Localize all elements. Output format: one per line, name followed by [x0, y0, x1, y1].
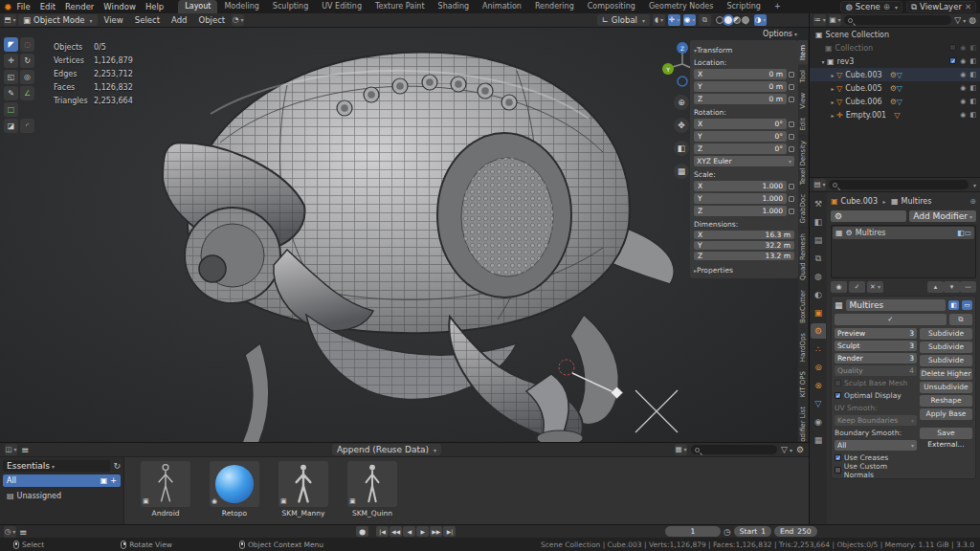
wireframe-shading-button[interactable]	[716, 16, 724, 24]
material-preview-button[interactable]	[733, 16, 741, 24]
lock-icon[interactable]	[789, 209, 794, 214]
next-keyframe-button[interactable]: ▶▶	[430, 526, 442, 537]
close-icon[interactable]: ✕	[965, 2, 971, 11]
rotation-mode-dropdown[interactable]: XYZ Euler	[694, 156, 794, 166]
use-creases-checkbox[interactable]	[835, 454, 841, 461]
dimensions-z-field[interactable]: Z13.2 m	[694, 252, 794, 260]
tab-geometry-nodes[interactable]: Geometry Nodes	[642, 0, 720, 13]
unsubdivide-button[interactable]: Unsubdivide	[920, 382, 972, 393]
asset-card-skm-manny[interactable]: ▣ SKM_Manny	[276, 461, 331, 521]
render-level-field[interactable]: Render3	[835, 353, 917, 364]
viewport-3d[interactable]: ◤ ◌ ✛ ↻ ◱ ◎ ✎ ∠ □ ◪ ◜ Objects0/5 Vertice…	[0, 28, 809, 442]
outliner-row-cube003[interactable]: ▸ ▽ Cube.003 ⚙ ▽ ◉◧	[810, 68, 980, 81]
boxcutter-tool[interactable]: ◪	[4, 119, 18, 133]
optimal-display-checkbox[interactable]	[835, 392, 841, 399]
outliner-options-icon[interactable]: ◍	[969, 15, 976, 25]
subdivide-button[interactable]: Subdivide	[920, 328, 972, 340]
object-data-tab[interactable]: ▽	[811, 396, 826, 411]
menu-window[interactable]: Window	[99, 2, 141, 11]
menu-object[interactable]: Object	[193, 15, 230, 25]
scale-y-field[interactable]: Y1.000	[694, 193, 787, 204]
transform-panel-header[interactable]: ▾Transform	[694, 46, 794, 55]
tab-compositing[interactable]: Compositing	[581, 0, 642, 13]
asset-card-android[interactable]: ▣ Android	[138, 461, 193, 521]
auto-keying-button[interactable]: ⬤	[356, 526, 368, 537]
scene-selector[interactable]: ◍ Scene ⊕	[840, 1, 902, 12]
outliner-row-rev3[interactable]: ▾ ▣ rev3 ◉◧	[810, 55, 980, 68]
mesh-data-icon[interactable]: ▽	[897, 84, 902, 93]
expand-arrow-icon[interactable]: ▸	[829, 72, 836, 78]
prev-keyframe-button[interactable]: ◀◀	[390, 526, 402, 537]
properties-subpanel-header[interactable]: ▸Properties	[694, 266, 794, 275]
tab-modifier-list[interactable]: Modifier List	[798, 402, 809, 442]
tab-quad-remesh[interactable]: Quad Remesh	[798, 229, 809, 285]
frame-end-field[interactable]: End250	[774, 526, 817, 537]
move-down-button[interactable]: ▾	[944, 281, 960, 293]
tab-kit-ops[interactable]: KIT OPS	[798, 366, 809, 402]
tab-texel-density[interactable]: Texel Density	[798, 136, 809, 189]
pin-icon[interactable]: ⊕	[883, 2, 890, 11]
modifier-wrench-icon[interactable]: ⚙	[890, 98, 897, 106]
snapping-magnet-button[interactable]: ◖	[653, 14, 665, 26]
outliner-row-collection[interactable]: ▣ Collection ◉◧	[810, 41, 980, 55]
hide-eye-icon[interactable]: ◉	[960, 44, 966, 52]
physics-tab[interactable]: ⊚	[811, 360, 826, 375]
modifier-stack-item[interactable]: ▦ ⚙ Multires ◧ ▭	[833, 227, 974, 239]
ortho-grid-icon[interactable]: ▦	[674, 164, 689, 179]
measure-tool[interactable]: ∠	[20, 86, 34, 100]
add-workspace-button[interactable]: +	[768, 0, 788, 13]
lock-icon[interactable]	[789, 184, 794, 189]
confirm-button[interactable]: ✓	[835, 314, 947, 325]
tab-animation[interactable]: Animation	[476, 0, 528, 13]
render-toggle-icon[interactable]: ◧	[948, 300, 959, 310]
modifier-name-field[interactable]: Multires	[846, 299, 946, 311]
tab-tool[interactable]: Tool	[798, 65, 809, 88]
editor-type-button[interactable]: ▤	[813, 179, 826, 190]
properties-search-input[interactable]	[829, 180, 969, 189]
rotate-tool[interactable]: ↻	[20, 54, 34, 68]
lock-icon[interactable]	[789, 146, 794, 152]
expand-arrow-icon[interactable]: ▾	[819, 58, 827, 65]
use-custom-normals-checkbox[interactable]	[835, 467, 841, 474]
play-reverse-button[interactable]: ◀	[403, 526, 415, 537]
mesh-data-icon[interactable]: ▽	[897, 98, 902, 106]
tab-view[interactable]: View	[798, 88, 809, 114]
hamburger-menu-icon[interactable]: ≡	[19, 527, 27, 538]
material-tab[interactable]: ◉	[811, 414, 826, 430]
add-modifier-button[interactable]: Add Modifier	[909, 210, 976, 222]
modifier-apply-button[interactable]: ✓	[849, 281, 865, 293]
refresh-icon[interactable]: ↻	[113, 461, 121, 471]
outliner-search-input[interactable]	[844, 15, 951, 25]
camera-view-icon[interactable]: ◧	[674, 141, 689, 156]
empty-data-icon[interactable]: ▽	[894, 111, 900, 120]
solid-shading-button[interactable]	[724, 16, 732, 24]
snap-target-button[interactable]: ✛	[668, 14, 680, 26]
proportional-editing-button[interactable]: ◉	[683, 14, 696, 26]
outliner-row-scene-collection[interactable]: ▣ Scene Collection	[810, 28, 980, 41]
rotation-z-field[interactable]: Z0°	[694, 143, 787, 154]
dimensions-x-field[interactable]: X16.3 m	[694, 231, 794, 239]
asset-card-retopo[interactable]: ◉ Retopo	[207, 461, 262, 521]
lock-icon[interactable]	[789, 72, 794, 77]
editor-type-button[interactable]: ⬒	[4, 14, 16, 26]
display-mode-button[interactable]: ▦	[675, 444, 687, 455]
tab-modeling[interactable]: Modeling	[217, 0, 265, 13]
pin-icon[interactable]: ⊕	[969, 197, 976, 206]
frame-start-field[interactable]: Start1	[734, 526, 771, 537]
modifier-wrench-icon[interactable]: ⚙	[890, 71, 897, 79]
scene-tab[interactable]: ◍	[811, 269, 826, 284]
camera-visibility-icon[interactable]: ◧	[969, 84, 976, 92]
transform-tool[interactable]: ◎	[20, 70, 34, 84]
render-visibility-icon[interactable]: ◧	[957, 229, 965, 237]
view-layer-tab[interactable]: ⧉	[811, 251, 826, 266]
outliner-row-cube005[interactable]: ▸ ▽ Cube.005 ⚙ ▽ ◉◧	[810, 81, 980, 95]
menu-select[interactable]: Select	[130, 15, 165, 25]
pan-hand-icon[interactable]: ✥	[674, 118, 689, 133]
hide-eye-icon[interactable]: ◉	[960, 111, 966, 119]
scale-tool[interactable]: ◱	[4, 70, 18, 84]
tab-shading[interactable]: Shading	[432, 0, 477, 13]
camera-visibility-icon[interactable]: ◧	[969, 57, 976, 65]
subdivide-simple-button[interactable]: Subdivide Simple	[920, 342, 972, 353]
annotate-tool[interactable]: ✎	[4, 86, 18, 100]
tab-sculpting[interactable]: Sculpting	[266, 0, 315, 13]
